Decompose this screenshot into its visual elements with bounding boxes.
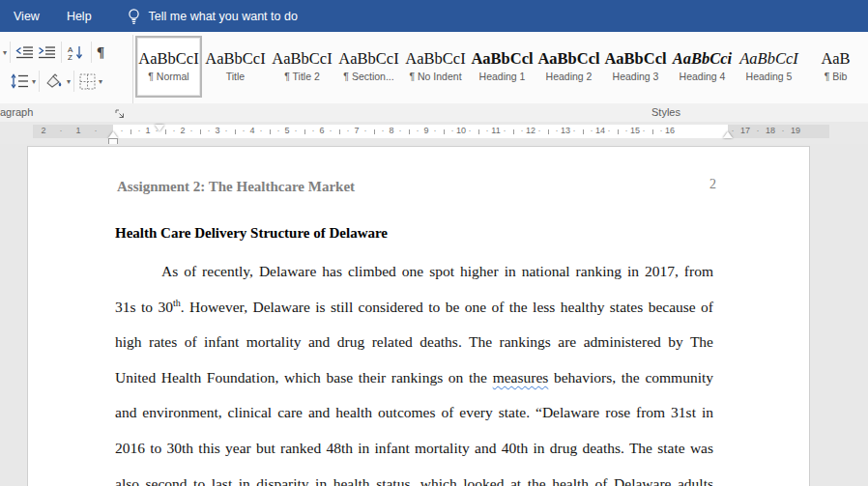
body-line[interactable]: high rates of infant mortality and drug … xyxy=(115,331,713,367)
style-label: Heading 5 xyxy=(746,71,793,82)
body-line[interactable]: also second to last in disparity in heal… xyxy=(115,473,713,486)
ruler-tick xyxy=(548,129,549,134)
style-preview: AaBbCcI xyxy=(405,51,465,68)
body-line[interactable]: and environment, clinical care and healt… xyxy=(115,402,713,438)
body-line[interactable]: 2016 to 30th this year but ranked 48th i… xyxy=(115,438,713,473)
style-preview: AaBbCcl xyxy=(471,51,533,68)
document-area: Assignment 2: The Healthcare Market 2 He… xyxy=(0,144,868,486)
page-number: 2 xyxy=(709,177,716,192)
style-item-heading-5[interactable]: AaBbCcIHeading 5 xyxy=(736,36,802,98)
style-item-bib[interactable]: AaB¶ Bib xyxy=(802,36,868,98)
ruler-tick xyxy=(200,129,201,134)
ruler-tick: · xyxy=(660,126,663,135)
ruler-tick: · xyxy=(538,126,541,135)
ruler-number: 4 xyxy=(249,126,254,135)
left-indent-marker[interactable] xyxy=(108,131,118,138)
style-preview: AaBbCcI xyxy=(205,51,265,68)
style-item-title-2[interactable]: AaBbCcI¶ Title 2 xyxy=(269,36,335,98)
ruler-tick: · xyxy=(312,126,315,135)
tab-view[interactable]: View xyxy=(0,0,53,32)
horizontal-ruler[interactable]: 2·1···1··2··3··4··5··6··7··8··9··10··11·… xyxy=(33,125,829,138)
document-heading[interactable]: Health Care Delivery Structure of Delawa… xyxy=(115,225,388,242)
first-line-indent-marker[interactable] xyxy=(155,125,164,131)
line-spacing-button[interactable] xyxy=(8,71,31,91)
style-label: ¶ Section... xyxy=(343,71,393,82)
ruler-number: 7 xyxy=(354,126,359,135)
ruler-number: 15 xyxy=(630,126,640,135)
style-preview: AaBbCcI xyxy=(739,51,797,68)
lightbulb-icon xyxy=(127,8,141,25)
ruler-tick: · xyxy=(364,126,367,135)
text-segment: and environment, clinical care and healt… xyxy=(115,404,713,420)
style-label: Heading 2 xyxy=(546,71,593,82)
style-item-title[interactable]: AaBbCcITitle xyxy=(202,36,269,98)
decrease-indent-button[interactable] xyxy=(14,43,36,62)
style-item-heading-2[interactable]: AaBbCclHeading 2 xyxy=(535,36,602,98)
ruler-tick: · xyxy=(504,126,506,135)
body-paragraph[interactable]: As of recently, Delaware has climbed one… xyxy=(115,261,713,486)
ruler-tick: · xyxy=(347,126,350,135)
ruler-tick: · xyxy=(608,126,611,135)
style-label: ¶ No Indent xyxy=(409,71,461,82)
text-segment: 2016 to 30th this year but ranked 48th i… xyxy=(115,440,713,456)
style-preview: AaB xyxy=(821,51,850,68)
ruler-tick: · xyxy=(573,126,576,135)
shading-button[interactable] xyxy=(43,71,66,92)
style-preview: AaBbCcl xyxy=(604,51,666,68)
sort-button[interactable]: A Z xyxy=(65,43,88,63)
sort-z: Z xyxy=(68,53,72,61)
style-item-no-indent[interactable]: AaBbCcI¶ No Indent xyxy=(402,36,469,98)
tell-me-box[interactable]: Tell me what you want to do xyxy=(127,8,298,25)
ruler-number: 12 xyxy=(526,126,535,135)
body-line[interactable]: As of recently, Delaware has climbed one… xyxy=(115,261,713,297)
ruler-number: 1 xyxy=(145,126,150,135)
ruler-tick xyxy=(130,129,131,134)
chevron-down-icon[interactable]: ▾ xyxy=(67,77,71,86)
separator xyxy=(61,42,62,63)
ruler-tick xyxy=(513,129,514,134)
ruler-number: 17 xyxy=(740,126,750,135)
ruler-tick: · xyxy=(190,126,193,135)
ruler-number: 18 xyxy=(766,126,775,135)
chevron-down-icon[interactable]: ▾ xyxy=(3,48,7,57)
text-segment: also second to last in disparity in heal… xyxy=(115,475,713,486)
style-item-normal[interactable]: AaBbCcI¶ Normal xyxy=(135,36,202,98)
ruler-tick: · xyxy=(521,126,524,135)
running-head: Assignment 2: The Healthcare Market xyxy=(117,179,355,195)
separator xyxy=(73,71,74,92)
text-segment: As of recently, Delaware has climbed one… xyxy=(161,263,713,279)
style-label: ¶ Title 2 xyxy=(284,71,320,82)
ruler-tick: · xyxy=(757,126,760,135)
document-page[interactable]: Assignment 2: The Healthcare Market 2 He… xyxy=(27,146,810,486)
style-label: Heading 1 xyxy=(479,71,526,82)
style-label: ¶ Bib xyxy=(825,71,848,82)
tab-help[interactable]: Help xyxy=(53,0,105,32)
ruler-number: 9 xyxy=(423,126,428,135)
paragraph-group: ▾ A Z xyxy=(0,32,132,103)
chevron-down-icon[interactable]: ▾ xyxy=(32,77,36,86)
body-line[interactable]: United Health Foundation, which base the… xyxy=(115,367,713,403)
style-item-heading-4[interactable]: AaBbCciHeading 4 xyxy=(669,36,736,98)
ruler-number: 10 xyxy=(456,126,466,135)
right-indent-marker[interactable] xyxy=(723,131,733,138)
ruler-tick xyxy=(235,129,236,134)
borders-button[interactable] xyxy=(77,71,98,92)
tell-me-label: Tell me what you want to do xyxy=(149,10,298,23)
ruler-tick xyxy=(339,129,340,134)
ruler-tick: · xyxy=(277,126,280,135)
body-line[interactable]: 31s to 30th. However, Delaware is still … xyxy=(115,297,713,332)
style-item-heading-3[interactable]: AaBbCclHeading 3 xyxy=(602,36,669,98)
ruler-tick: · xyxy=(121,126,124,135)
style-item-heading-1[interactable]: AaBbCclHeading 1 xyxy=(469,36,535,98)
style-item-section[interactable]: AaBbCcI¶ Section... xyxy=(335,36,402,98)
paragraph-dialog-launcher-icon[interactable] xyxy=(114,106,126,118)
increase-indent-button[interactable] xyxy=(36,43,58,62)
style-preview: AaBbCci xyxy=(673,51,732,68)
show-paragraph-marks-button[interactable]: ¶ xyxy=(95,43,106,63)
ruler-tick: · xyxy=(643,126,646,135)
ruler-tick: · xyxy=(260,126,263,135)
ruler-tick: · xyxy=(208,126,211,135)
chevron-down-icon[interactable]: ▾ xyxy=(99,77,102,86)
ruler-tick xyxy=(374,129,375,134)
ruler-tick: · xyxy=(173,126,176,135)
